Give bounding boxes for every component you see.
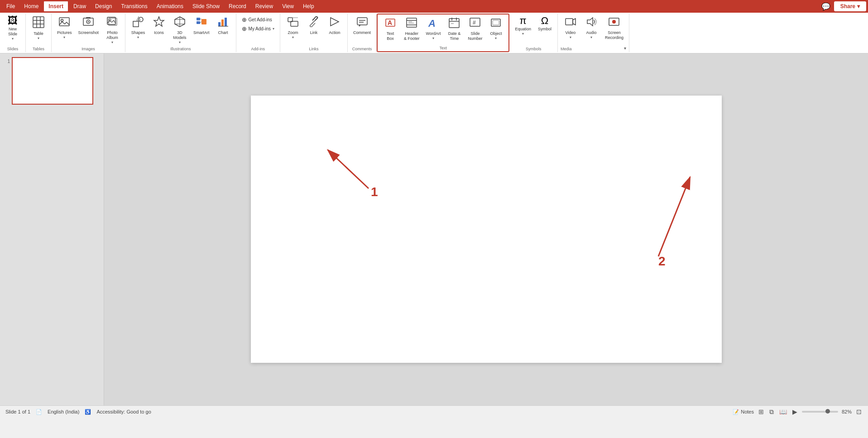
normal-view-button[interactable]: ⊞ <box>758 407 765 416</box>
wordart-button[interactable]: A WordArt ▾ <box>423 15 444 42</box>
zoom-button[interactable]: Zoom ▾ <box>283 14 303 41</box>
menu-bar: File Home Insert Draw Design Transitions… <box>0 0 868 13</box>
audio-label: Audio <box>586 30 596 35</box>
screenshot-button[interactable]: Screenshot <box>76 14 102 37</box>
zoom-thumb <box>825 409 830 414</box>
menu-animations[interactable]: Animations <box>152 1 188 11</box>
ribbon-group-comments: Comment Comments <box>348 14 377 52</box>
smartart-label: SmartArt <box>193 30 210 35</box>
screen-recording-button[interactable]: ScreenRecording <box>602 14 626 42</box>
3d-models-label: 3DModels <box>173 30 187 40</box>
canvas-area: 1 2 <box>104 53 868 405</box>
my-addins-button[interactable]: ⊕ My Add-ins ▾ <box>239 24 277 33</box>
equation-dropdown: ▾ <box>522 32 524 36</box>
shapes-button[interactable]: Shapes ▾ <box>128 14 148 41</box>
symbol-button[interactable]: Ω Symbol <box>535 14 555 33</box>
main-area: 1 1 2 <box>0 53 868 405</box>
icons-button[interactable]: Icons <box>149 14 169 37</box>
menu-design[interactable]: Design <box>91 1 116 11</box>
slide-thumbnail[interactable] <box>12 57 93 105</box>
slide-sorter-button[interactable]: ⧉ <box>768 407 775 417</box>
new-slide-icon: 🖼 <box>8 16 18 26</box>
slide-number-label: SlideNumber <box>468 31 482 41</box>
equation-button[interactable]: π Equation ▾ <box>512 14 534 37</box>
chart-button[interactable]: Chart <box>213 14 233 37</box>
menu-record[interactable]: Record <box>224 1 251 11</box>
screen-recording-label: ScreenRecording <box>605 30 623 40</box>
zoom-icon <box>287 16 299 29</box>
action-button[interactable]: Action <box>325 14 345 37</box>
svg-marker-58 <box>573 19 575 25</box>
object-button[interactable]: Object ▾ <box>486 15 506 42</box>
media-group-label: Media <box>561 46 572 51</box>
header-footer-label: Header& Footer <box>404 31 420 41</box>
ribbon: 🖼 NewSlide ▾ Slides <box>0 13 868 53</box>
svg-text:#: # <box>473 19 476 26</box>
smartart-button[interactable]: SmartArt <box>191 14 212 37</box>
audio-dropdown: ▾ <box>590 35 592 39</box>
reading-view-button[interactable]: 📖 <box>778 407 788 416</box>
shapes-dropdown: ▾ <box>137 35 139 39</box>
menu-draw[interactable]: Draw <box>69 1 91 11</box>
smartart-icon <box>196 16 207 29</box>
svg-rect-27 <box>218 22 221 26</box>
svg-rect-23 <box>197 21 200 24</box>
new-slide-button[interactable]: 🖼 NewSlide ▾ <box>3 14 23 42</box>
slide-panel: 1 <box>0 53 104 405</box>
screenshot-label: Screenshot <box>78 30 99 35</box>
images-group-label: Images <box>82 46 95 51</box>
svg-marker-35 <box>331 18 339 26</box>
date-time-label: Date &Time <box>448 31 461 41</box>
get-addins-icon: ⊕ <box>242 16 247 23</box>
3d-models-dropdown: ▾ <box>179 40 181 44</box>
video-label: Video <box>566 30 576 35</box>
text-box-button[interactable]: A TextBox <box>380 15 400 43</box>
table-label: Table <box>34 31 43 36</box>
share-button[interactable]: Share ▾ <box>834 1 866 11</box>
comment-ribbon-button[interactable]: Comment <box>350 14 374 37</box>
svg-point-61 <box>612 20 616 24</box>
photo-album-icon <box>106 16 118 29</box>
3d-models-button[interactable]: 3DModels ▾ <box>170 14 190 46</box>
annotation-1-line <box>328 150 369 188</box>
photo-album-dropdown: ▾ <box>111 40 113 44</box>
svg-rect-0 <box>33 17 44 28</box>
menu-home[interactable]: Home <box>19 1 43 11</box>
zoom-slider[interactable] <box>802 411 838 413</box>
header-footer-button[interactable]: Header& Footer <box>401 15 422 43</box>
notes-button[interactable]: 📝 Notes <box>733 409 754 415</box>
svg-rect-42 <box>407 18 417 27</box>
pictures-button[interactable]: Pictures ▾ <box>54 14 75 41</box>
icons-icon <box>153 16 165 29</box>
link-icon <box>308 16 320 29</box>
slide-number-button[interactable]: # SlideNumber <box>465 15 485 43</box>
shapes-label: Shapes <box>131 30 145 35</box>
comments-group-label: Comments <box>352 46 372 51</box>
photo-album-button[interactable]: PhotoAlbum ▾ <box>102 14 122 46</box>
date-time-button[interactable]: Date &Time <box>444 15 464 43</box>
table-button[interactable]: Table ▾ <box>29 14 48 42</box>
menu-file[interactable]: File <box>2 1 19 11</box>
video-button[interactable]: Video ▾ <box>561 14 580 41</box>
get-addins-button[interactable]: ⊕ Get Add-ins <box>239 15 277 24</box>
slides-group-label: Slides <box>7 46 19 51</box>
menu-transitions[interactable]: Transitions <box>116 1 152 11</box>
link-button[interactable]: Link <box>304 14 324 37</box>
menu-help[interactable]: Help <box>298 1 319 11</box>
menu-insert[interactable]: Insert <box>43 0 69 12</box>
ribbon-group-illustrations: Shapes ▾ Icons <box>125 14 236 52</box>
svg-rect-48 <box>449 19 459 28</box>
comment-button[interactable]: 💬 <box>821 2 830 11</box>
language-label: English (India) <box>48 409 79 414</box>
addins-vertical-group: ⊕ Get Add-ins ⊕ My Add-ins ▾ <box>239 14 277 34</box>
share-dropdown-icon: ▾ <box>857 3 860 10</box>
zoom-fit-button[interactable]: ⊡ <box>855 407 863 416</box>
menu-review[interactable]: Review <box>251 1 278 11</box>
my-addins-dropdown: ▾ <box>273 27 274 31</box>
slide-canvas[interactable]: 1 2 <box>251 96 722 363</box>
audio-button[interactable]: Audio ▾ <box>581 14 601 41</box>
media-collapse-button[interactable]: ▾ <box>624 46 626 51</box>
slideshow-view-button[interactable]: ▶ <box>791 407 798 416</box>
menu-slideshow[interactable]: Slide Show <box>188 1 224 11</box>
menu-view[interactable]: View <box>278 1 298 11</box>
